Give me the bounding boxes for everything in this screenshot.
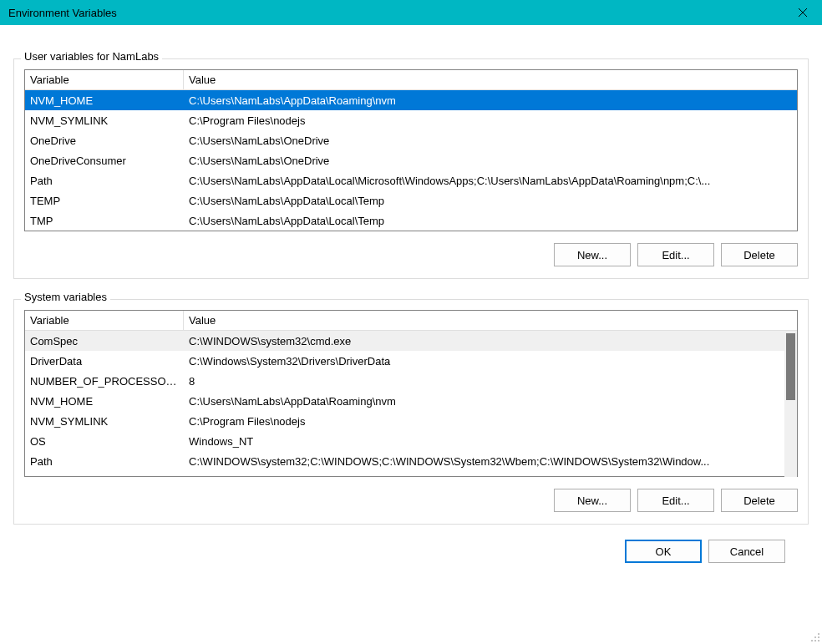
table-row[interactable]: NVM_SYMLINKC:\Program Files\nodejs bbox=[25, 110, 797, 130]
system-edit-button[interactable]: Edit... bbox=[637, 489, 714, 512]
user-new-button[interactable]: New... bbox=[554, 243, 631, 266]
cell-variable: Path bbox=[25, 173, 184, 189]
system-variables-label: System variables bbox=[21, 291, 110, 303]
table-row[interactable]: PathC:\WINDOWS\system32;C:\WINDOWS;C:\WI… bbox=[25, 451, 797, 471]
cell-value: C:\Users\NamLabs\AppData\Local\Microsoft… bbox=[184, 173, 797, 189]
system-delete-button[interactable]: Delete bbox=[721, 489, 798, 512]
dialog-button-row: OK Cancel bbox=[13, 525, 809, 563]
system-variables-group: System variables Variable Value ComSpecC… bbox=[13, 299, 809, 525]
cell-value: 8 bbox=[184, 373, 797, 389]
dialog-content: User variables for NamLabs Variable Valu… bbox=[0, 25, 822, 563]
table-row[interactable]: NVM_HOMEC:\Users\NamLabs\AppData\Roaming… bbox=[25, 90, 797, 110]
user-edit-button[interactable]: Edit... bbox=[637, 243, 714, 266]
cell-variable: TMP bbox=[25, 213, 184, 229]
cell-variable: DriverData bbox=[25, 353, 184, 369]
table-row[interactable]: PATHEXT.COM;.EXE;.BAT;.CMD;.VBS;.VBE;.JS… bbox=[25, 471, 797, 476]
cell-variable: NVM_HOME bbox=[25, 93, 184, 109]
table-row[interactable]: ComSpecC:\WINDOWS\system32\cmd.exe bbox=[25, 331, 797, 351]
svg-point-6 bbox=[814, 640, 816, 641]
cell-value: C:\Windows\System32\Drivers\DriverData bbox=[184, 353, 797, 369]
cancel-button[interactable]: Cancel bbox=[708, 540, 785, 563]
cell-variable: Path bbox=[25, 454, 184, 469]
cell-value: C:\WINDOWS\system32;C:\WINDOWS;C:\WINDOW… bbox=[184, 454, 797, 469]
svg-point-7 bbox=[818, 640, 819, 641]
user-variables-label: User variables for NamLabs bbox=[21, 50, 162, 63]
cell-value: C:\Users\NamLabs\AppData\Local\Temp bbox=[184, 193, 797, 209]
resize-grip-icon[interactable] bbox=[809, 631, 820, 642]
close-button[interactable] bbox=[784, 0, 822, 25]
system-table-header: Variable Value bbox=[25, 311, 797, 331]
cell-value: C:\Users\NamLabs\AppData\Roaming\nvm bbox=[184, 93, 797, 109]
svg-point-2 bbox=[818, 633, 819, 635]
system-button-row: New... Edit... Delete bbox=[24, 489, 798, 512]
system-table-body: ComSpecC:\WINDOWS\system32\cmd.exeDriver… bbox=[25, 331, 797, 476]
close-icon bbox=[799, 8, 807, 17]
cell-value: .COM;.EXE;.BAT;.CMD;.VBS;.VBE;.JS;.JSE;.… bbox=[184, 474, 797, 477]
cell-variable: NVM_HOME bbox=[25, 393, 184, 409]
system-header-value[interactable]: Value bbox=[184, 311, 797, 330]
cell-variable: PATHEXT bbox=[25, 474, 184, 477]
cell-value: C:\WINDOWS\system32\cmd.exe bbox=[184, 333, 797, 349]
user-table-body: NVM_HOMEC:\Users\NamLabs\AppData\Roaming… bbox=[25, 90, 797, 231]
cell-variable: NUMBER_OF_PROCESSORS bbox=[25, 373, 184, 389]
system-variables-table: Variable Value ComSpecC:\WINDOWS\system3… bbox=[24, 310, 798, 477]
window-title: Environment Variables bbox=[8, 7, 784, 19]
user-delete-button[interactable]: Delete bbox=[721, 243, 798, 266]
system-scrollbar-thumb[interactable] bbox=[786, 333, 795, 400]
user-header-variable[interactable]: Variable bbox=[25, 70, 184, 89]
cell-value: C:\Users\NamLabs\OneDrive bbox=[184, 153, 797, 169]
titlebar: Environment Variables bbox=[0, 0, 822, 25]
cell-variable: OneDriveConsumer bbox=[25, 153, 184, 169]
cell-value: C:\Program Files\nodejs bbox=[184, 113, 797, 129]
user-table-header: Variable Value bbox=[25, 70, 797, 90]
cell-value: C:\Users\NamLabs\AppData\Roaming\nvm bbox=[184, 393, 797, 409]
cell-value: C:\Users\NamLabs\OneDrive bbox=[184, 133, 797, 149]
user-button-row: New... Edit... Delete bbox=[24, 243, 798, 266]
table-row[interactable]: OneDriveConsumerC:\Users\NamLabs\OneDriv… bbox=[25, 150, 797, 170]
cell-variable: TEMP bbox=[25, 193, 184, 209]
table-row[interactable]: NVM_HOMEC:\Users\NamLabs\AppData\Roaming… bbox=[25, 391, 797, 411]
system-new-button[interactable]: New... bbox=[554, 489, 631, 512]
cell-variable: ComSpec bbox=[25, 333, 184, 349]
svg-point-5 bbox=[811, 640, 813, 641]
user-variables-table: Variable Value NVM_HOMEC:\Users\NamLabs\… bbox=[24, 69, 798, 231]
table-row[interactable]: DriverDataC:\Windows\System32\Drivers\Dr… bbox=[25, 351, 797, 371]
cell-value: C:\Users\NamLabs\AppData\Local\Temp bbox=[184, 213, 797, 229]
table-row[interactable]: OSWindows_NT bbox=[25, 431, 797, 451]
table-row[interactable]: TMPC:\Users\NamLabs\AppData\Local\Temp bbox=[25, 210, 797, 231]
cell-variable: NVM_SYMLINK bbox=[25, 413, 184, 429]
ok-button[interactable]: OK bbox=[625, 540, 702, 563]
user-header-value[interactable]: Value bbox=[184, 70, 797, 89]
svg-point-3 bbox=[814, 636, 816, 638]
table-row[interactable]: TEMPC:\Users\NamLabs\AppData\Local\Temp bbox=[25, 190, 797, 210]
svg-point-4 bbox=[818, 636, 819, 638]
cell-variable: OneDrive bbox=[25, 133, 184, 149]
cell-variable: OS bbox=[25, 434, 184, 449]
table-row[interactable]: PathC:\Users\NamLabs\AppData\Local\Micro… bbox=[25, 170, 797, 190]
system-header-variable[interactable]: Variable bbox=[25, 311, 184, 330]
user-variables-group: User variables for NamLabs Variable Valu… bbox=[13, 58, 809, 279]
cell-value: C:\Program Files\nodejs bbox=[184, 413, 797, 429]
system-scrollbar[interactable] bbox=[784, 333, 797, 477]
table-row[interactable]: NVM_SYMLINKC:\Program Files\nodejs bbox=[25, 411, 797, 431]
table-row[interactable]: NUMBER_OF_PROCESSORS8 bbox=[25, 371, 797, 391]
table-row[interactable]: OneDriveC:\Users\NamLabs\OneDrive bbox=[25, 130, 797, 150]
cell-value: Windows_NT bbox=[184, 434, 797, 449]
cell-variable: NVM_SYMLINK bbox=[25, 113, 184, 129]
